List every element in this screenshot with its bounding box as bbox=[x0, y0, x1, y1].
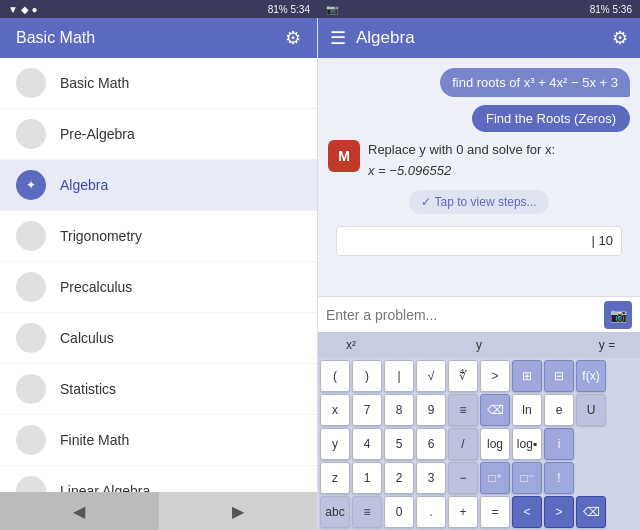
menu-item-trigonometry[interactable]: Trigonometry bbox=[0, 211, 317, 262]
left-header: Basic Math ⚙ bbox=[0, 18, 317, 58]
key-_[interactable]: < bbox=[512, 496, 542, 528]
tap-steps-button[interactable]: ✓ Tap to view steps... bbox=[409, 190, 548, 214]
key-9[interactable]: 9 bbox=[416, 394, 446, 426]
right-gear-icon[interactable]: ⚙ bbox=[612, 27, 628, 49]
kbd-top-y: y bbox=[448, 335, 510, 355]
key-y[interactable]: y bbox=[320, 428, 350, 460]
bot-avatar: M bbox=[328, 140, 360, 172]
user-query-bubble: find roots of x³ + 4x² − 5x + 3 bbox=[440, 68, 630, 97]
key-7[interactable]: 7 bbox=[352, 394, 382, 426]
key-_[interactable]: + bbox=[448, 496, 478, 528]
key-_[interactable]: ⌫ bbox=[576, 496, 606, 528]
key-_[interactable]: ) bbox=[352, 360, 382, 392]
menu-label-linear-algebra: Linear Algebra bbox=[60, 483, 150, 492]
key-U[interactable]: U bbox=[576, 394, 606, 426]
menu-item-basic-math[interactable]: Basic Math bbox=[0, 58, 317, 109]
problem-input[interactable] bbox=[326, 307, 598, 323]
menu-avatar-statistics bbox=[16, 374, 46, 404]
kbd-top-empty2 bbox=[512, 335, 574, 355]
menu-item-linear-algebra[interactable]: Linear Algebra bbox=[0, 466, 317, 492]
key-_[interactable]: . bbox=[416, 496, 446, 528]
key-log_[interactable]: log▪ bbox=[512, 428, 542, 460]
key-_[interactable]: ≡ bbox=[352, 496, 382, 528]
key-z[interactable]: z bbox=[320, 462, 350, 494]
key-5[interactable]: 5 bbox=[384, 428, 414, 460]
right-title: Algebra bbox=[356, 28, 602, 48]
key-_[interactable]: ! bbox=[544, 462, 574, 494]
key-e[interactable]: e bbox=[544, 394, 574, 426]
key-_[interactable]: = bbox=[480, 496, 510, 528]
menu-avatar-calculus bbox=[16, 323, 46, 353]
menu-label-pre-algebra: Pre-Algebra bbox=[60, 126, 135, 142]
chat-area: find roots of x³ + 4x² − 5x + 3 Find the… bbox=[318, 58, 640, 296]
left-gear-icon[interactable]: ⚙ bbox=[285, 27, 301, 49]
menu-avatar-pre-algebra bbox=[16, 119, 46, 149]
camera-button[interactable]: 📷 bbox=[604, 301, 632, 329]
menu-avatar-basic-math bbox=[16, 68, 46, 98]
key-x[interactable]: x bbox=[320, 394, 350, 426]
graph-preview: | 10 bbox=[336, 226, 622, 256]
menu-avatar-precalculus bbox=[16, 272, 46, 302]
key-_[interactable]: > bbox=[480, 360, 510, 392]
key-2[interactable]: 2 bbox=[384, 462, 414, 494]
nav-back-button[interactable]: ◀ bbox=[0, 492, 159, 530]
menu-item-calculus[interactable]: Calculus bbox=[0, 313, 317, 364]
key-_[interactable]: > bbox=[544, 496, 574, 528]
key-_[interactable]: √ bbox=[416, 360, 446, 392]
keyboard: x² y y = ()|√∜>⊞⊟f(x)x789≡⌫lneUy456/logl… bbox=[318, 332, 640, 530]
key-__[interactable]: □⁺ bbox=[480, 462, 510, 494]
bot-formula: x = −5.096552 bbox=[368, 163, 451, 178]
menu-avatar-linear-algebra bbox=[16, 476, 46, 492]
kbd-top-empty bbox=[384, 335, 446, 355]
key-_[interactable]: ⌫ bbox=[480, 394, 510, 426]
key-__[interactable]: □⁻ bbox=[512, 462, 542, 494]
graph-value: | 10 bbox=[592, 233, 613, 248]
key-abc[interactable]: abc bbox=[320, 496, 350, 528]
key-_[interactable]: ⊟ bbox=[544, 360, 574, 392]
left-header-title: Basic Math bbox=[16, 29, 95, 47]
left-status-right: 81% 5:34 bbox=[268, 4, 310, 15]
menu-item-finite-math[interactable]: Finite Math bbox=[0, 415, 317, 466]
menu-item-pre-algebra[interactable]: Pre-Algebra bbox=[0, 109, 317, 160]
key-8[interactable]: 8 bbox=[384, 394, 414, 426]
left-status-icons: ▼ ◆ ● bbox=[8, 4, 38, 15]
kbd-top-x2: x² bbox=[320, 335, 382, 355]
key-_[interactable]: ( bbox=[320, 360, 350, 392]
key-ln[interactable]: ln bbox=[512, 394, 542, 426]
right-header: ☰ Algebra ⚙ bbox=[318, 18, 640, 58]
menu-label-basic-math: Basic Math bbox=[60, 75, 129, 91]
bot-response: M Replace y with 0 and solve for x: x = … bbox=[328, 140, 630, 182]
key-i[interactable]: i bbox=[544, 428, 574, 460]
find-roots-button[interactable]: Find the Roots (Zeros) bbox=[472, 105, 630, 132]
key-_[interactable]: / bbox=[448, 428, 478, 460]
kbd-top-yeq: y = bbox=[576, 335, 638, 355]
key-f_x_[interactable]: f(x) bbox=[576, 360, 606, 392]
menu-item-statistics[interactable]: Statistics bbox=[0, 364, 317, 415]
key-_[interactable]: ⊞ bbox=[512, 360, 542, 392]
right-status-right: 81% 5:36 bbox=[590, 4, 632, 15]
key-1[interactable]: 1 bbox=[352, 462, 382, 494]
menu-label-calculus: Calculus bbox=[60, 330, 114, 346]
bot-text: Replace y with 0 and solve for x: x = −5… bbox=[368, 140, 555, 182]
bot-line1: Replace y with 0 and solve for x: bbox=[368, 142, 555, 157]
key-_[interactable]: − bbox=[448, 462, 478, 494]
menu-label-algebra: Algebra bbox=[60, 177, 108, 193]
key-_[interactable]: ∜ bbox=[448, 360, 478, 392]
menu-label-statistics: Statistics bbox=[60, 381, 116, 397]
key-4[interactable]: 4 bbox=[352, 428, 382, 460]
menu-label-trigonometry: Trigonometry bbox=[60, 228, 142, 244]
key-3[interactable]: 3 bbox=[416, 462, 446, 494]
menu-label-precalculus: Precalculus bbox=[60, 279, 132, 295]
menu-label-finite-math: Finite Math bbox=[60, 432, 129, 448]
menu-item-precalculus[interactable]: Precalculus bbox=[0, 262, 317, 313]
key-_[interactable]: | bbox=[384, 360, 414, 392]
menu-item-algebra[interactable]: ✦Algebra bbox=[0, 160, 317, 211]
key-_[interactable]: ≡ bbox=[448, 394, 478, 426]
key-log[interactable]: log bbox=[480, 428, 510, 460]
menu-list: Basic MathPre-Algebra✦AlgebraTrigonometr… bbox=[0, 58, 317, 492]
menu-avatar-finite-math bbox=[16, 425, 46, 455]
key-6[interactable]: 6 bbox=[416, 428, 446, 460]
nav-forward-button[interactable]: ▶ bbox=[159, 492, 318, 530]
hamburger-icon[interactable]: ☰ bbox=[330, 27, 346, 49]
key-0[interactable]: 0 bbox=[384, 496, 414, 528]
